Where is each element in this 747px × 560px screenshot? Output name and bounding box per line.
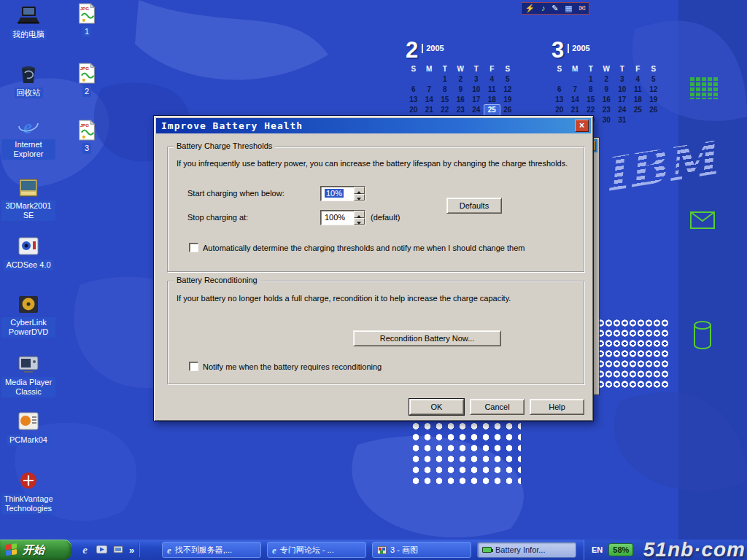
spinner-up-icon[interactable] xyxy=(354,187,365,194)
calendar-day: 15 xyxy=(583,95,599,105)
taskbar-task-battery-information[interactable]: Battery Infor... xyxy=(477,542,576,558)
calendar-day: 13 xyxy=(406,95,422,105)
desktop-icon-internet-explorer[interactable]: e Internet Explorer xyxy=(1,115,55,160)
calendar-day: 26 xyxy=(646,105,662,115)
calendar-day: 1 xyxy=(583,74,599,85)
taskbar-separator xyxy=(139,542,140,557)
calendar-day-header: T xyxy=(614,64,630,74)
calendar-day: 2 xyxy=(453,74,469,85)
icon-label: Media Player Classic xyxy=(1,377,55,397)
calendar-day-header: S xyxy=(646,64,662,74)
calendar-day-header: T xyxy=(468,64,484,74)
help-button[interactable]: Help xyxy=(530,399,584,415)
calendar-day: 10 xyxy=(614,85,630,95)
defaults-button[interactable]: Defaults xyxy=(446,198,502,214)
start-threshold-spinner[interactable]: 10% xyxy=(320,186,365,201)
quick-launch-media-icon[interactable] xyxy=(96,544,108,556)
taskbar-task-paint[interactable]: 3 - 画图 xyxy=(372,542,471,558)
close-icon[interactable]: × xyxy=(575,120,589,132)
thinkvantage-icon xyxy=(1,470,55,492)
tray-icon[interactable]: ⚡ xyxy=(525,3,535,14)
quick-launch-overflow-chevron[interactable]: » xyxy=(129,545,134,556)
thresholds-description: If you infrequently use battery power, y… xyxy=(177,159,568,168)
recondition-battery-button[interactable]: Recondition Battery Now... xyxy=(353,330,501,346)
stop-charging-label: Stop charging at: xyxy=(187,213,248,222)
tray-icon[interactable]: ♪ xyxy=(541,3,546,14)
envelope-icon xyxy=(690,211,715,229)
desktop-file-2[interactable]: JPG 2 xyxy=(60,61,114,97)
calendar-day: 16 xyxy=(599,95,615,105)
calendar-day: 22 xyxy=(437,105,453,115)
calendar-day: 6 xyxy=(551,85,568,95)
start-button[interactable]: 开始 xyxy=(0,540,71,560)
ok-button[interactable]: OK xyxy=(409,399,464,415)
reconditioning-description: If your battery no longer holds a full c… xyxy=(177,294,511,303)
tray-icon[interactable]: ▦ xyxy=(565,3,572,14)
calendar-day-header: F xyxy=(484,64,500,74)
calendar-day: 1 xyxy=(437,74,453,85)
calendar-day-header: F xyxy=(630,64,646,74)
taskbar-task-forum[interactable]: e 专门网论坛 - ... xyxy=(267,542,366,558)
tray-icon[interactable]: ✉ xyxy=(578,3,585,14)
start-charging-label: Start charging when below: xyxy=(187,189,285,198)
quick-launch-show-desktop-icon[interactable] xyxy=(112,544,125,556)
desktop-icon-pcmark04[interactable]: PCMark04 xyxy=(1,410,55,446)
calendar-month-march: 3 2005 SMTWTFS 1234567891011121314151617… xyxy=(551,38,662,125)
calendar-day: 19 xyxy=(500,95,516,105)
battery-icon xyxy=(482,547,492,553)
icon-label: 3 xyxy=(82,143,91,154)
cancel-button[interactable]: Cancel xyxy=(470,399,525,415)
jpg-file-icon: JPG xyxy=(60,1,114,24)
desktop-icon-thinkvantage[interactable]: ThinkVantage Technologies xyxy=(1,470,55,514)
calendar-day: 24 xyxy=(468,105,484,115)
calendar-day: 18 xyxy=(630,95,646,105)
desktop-icon-recycle-bin[interactable]: 回收站 xyxy=(1,63,55,98)
desktop-icon-acdsee[interactable]: ACDSee 4.0 xyxy=(1,235,55,271)
tray-icon[interactable]: ✎ xyxy=(551,3,558,14)
battery-charge-thresholds-group: Battery Charge Thresholds If you infrequ… xyxy=(167,147,584,272)
spinner-up-icon[interactable] xyxy=(354,211,365,218)
auto-determine-checkbox[interactable] xyxy=(189,243,198,252)
dialog-titlebar[interactable]: Improve Battery Health xyxy=(156,118,591,133)
task-label: 3 - 画图 xyxy=(390,545,418,556)
language-indicator[interactable]: EN xyxy=(592,545,603,554)
desktop-icon-powerdvd[interactable]: CyberLink PowerDVD xyxy=(1,293,55,338)
recycle-bin-icon xyxy=(1,63,55,85)
desktop-icon-3dmark2001[interactable]: 3DMark2001 SE xyxy=(1,176,55,221)
calendar-day: 8 xyxy=(583,85,599,95)
battery-percentage-badge[interactable]: 58% xyxy=(608,543,633,556)
calendar-day: 15 xyxy=(437,95,453,105)
improve-battery-health-dialog: Improve Battery Health × Battery Charge … xyxy=(153,115,594,421)
spinner-down-icon[interactable] xyxy=(354,218,365,225)
paint-icon xyxy=(377,546,387,554)
calendar-month-number: 2 xyxy=(406,38,418,64)
calendar-day: 13 xyxy=(551,95,568,105)
default-note: (default) xyxy=(371,213,400,222)
calendar-day: 9 xyxy=(453,85,469,95)
my-computer-icon xyxy=(1,4,55,27)
calendar-day xyxy=(646,115,662,125)
quick-launch-ie-icon[interactable]: e xyxy=(79,544,91,556)
pcmark-icon xyxy=(1,410,55,432)
taskbar-task-server-not-found[interactable]: e 找不到服务器,... xyxy=(162,542,261,558)
spinner-down-icon[interactable] xyxy=(354,194,365,201)
start-label: 开始 xyxy=(23,543,44,557)
calendar-day: 17 xyxy=(614,95,630,105)
calendar-day: 21 xyxy=(422,105,438,115)
calendar-day: 20 xyxy=(406,105,422,115)
calendar-day xyxy=(422,74,438,85)
desktop-file-1[interactable]: JPG 1 xyxy=(60,1,114,37)
notify-reconditioning-checkbox[interactable] xyxy=(189,362,198,371)
calendar-day: 12 xyxy=(500,85,516,95)
calendar-day: 17 xyxy=(468,95,484,105)
calendar-day: 26 xyxy=(500,105,516,115)
calendar-day xyxy=(630,115,646,125)
desktop-icon-my-computer[interactable]: 我的电脑 xyxy=(1,4,55,40)
desktop-file-3[interactable]: JPG 3 xyxy=(60,118,114,154)
calendar-day: 30 xyxy=(599,115,615,125)
stop-threshold-spinner[interactable]: 100% xyxy=(320,210,365,225)
icon-label: PCMark04 xyxy=(7,435,50,446)
desktop-icon-media-player-classic[interactable]: Media Player Classic xyxy=(1,353,55,397)
calendar-day: 8 xyxy=(437,85,453,95)
calendar-day: 21 xyxy=(568,105,584,115)
